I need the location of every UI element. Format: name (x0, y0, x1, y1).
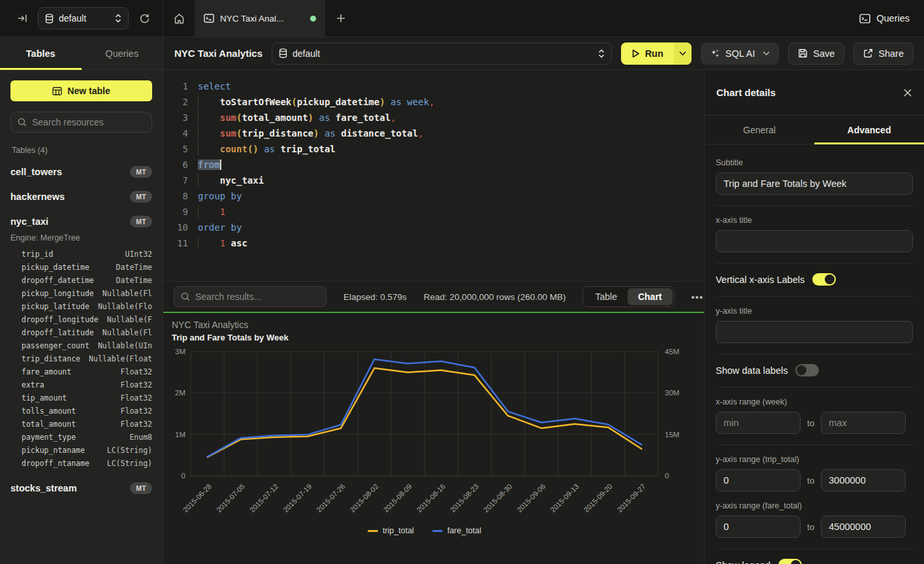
legend-item-fare_total[interactable]: fare_total (432, 526, 481, 535)
svg-text:15M: 15M (665, 431, 679, 439)
column-row[interactable]: dropoff_ntanameLC(String) (10, 457, 152, 470)
new-table-label: New table (67, 86, 110, 96)
save-icon (798, 48, 808, 58)
sparkles-icon (710, 48, 720, 59)
elapsed-time: Elapsed: 0.579s (343, 292, 407, 302)
top-bar-left: default (0, 0, 163, 37)
svg-text:0: 0 (665, 472, 669, 480)
home-button[interactable] (163, 0, 195, 37)
toggle-knob (791, 560, 801, 564)
refresh-icon (139, 13, 150, 24)
queries-top-label: Queries (876, 13, 910, 24)
table-item-nyc-taxi[interactable]: nyc_taxi MT (10, 214, 152, 229)
column-row[interactable]: trip_idUInt32 (10, 248, 152, 261)
column-row[interactable]: pickup_ntanameLC(String) (10, 444, 152, 457)
close-panel-button[interactable] (903, 88, 912, 97)
column-row[interactable]: payment_typeEnum8 (10, 431, 152, 444)
svg-text:2015-08-30: 2015-08-30 (482, 482, 513, 514)
yaxis-range-fare-max-input[interactable] (821, 516, 906, 538)
queries-top-button[interactable]: Queries (859, 13, 910, 24)
svg-text:30M: 30M (665, 389, 679, 397)
query-header: NYC Taxi Analytics default Run (163, 37, 924, 69)
toggle-knob (825, 274, 835, 284)
column-row[interactable]: fare_amountFloat32 (10, 365, 152, 378)
table-item-hackernews[interactable]: hackernews MT (10, 189, 152, 205)
column-row[interactable]: tip_amountFloat32 (10, 391, 152, 405)
tab-nyc-taxi-analytics[interactable]: NYC Taxi Anal... (195, 0, 325, 37)
legend-item-trip_total[interactable]: trip_total (368, 526, 414, 535)
sidebar-tab-tables[interactable]: Tables (0, 37, 82, 69)
xaxis-range-min-input[interactable] (716, 412, 801, 434)
yaxis-range-fare-min-input[interactable] (716, 516, 801, 538)
collapse-sidebar-button[interactable] (13, 9, 31, 27)
yaxis-range-trip-min-input[interactable] (716, 469, 801, 491)
chart-details-tabs: General Advanced (705, 116, 924, 144)
resource-search-input[interactable] (32, 117, 150, 127)
legend-label: trip_total (383, 526, 414, 535)
database-selector[interactable]: default (38, 7, 129, 29)
new-table-button[interactable]: New table (10, 80, 152, 101)
run-button[interactable]: Run (621, 42, 692, 65)
more-options-button[interactable]: ••• (692, 291, 704, 303)
share-button[interactable]: Share (853, 42, 914, 65)
tables-section-label: Tables (4) (12, 146, 151, 155)
view-toggle: Table Chart (582, 286, 674, 307)
yaxis-title-input[interactable] (716, 321, 913, 343)
sidebar-tab-queries[interactable]: Queries (82, 37, 163, 69)
column-row[interactable]: pickup_datetimeDateTime (10, 261, 152, 274)
column-row[interactable]: passenger_countNullable(UIn (10, 339, 152, 352)
table-item-stocks-stream[interactable]: stocks_stream MT (10, 480, 152, 496)
yaxis-title-group: y-axis title (716, 296, 913, 354)
engine-badge: MT (130, 216, 152, 227)
sidebar-tabs: Tables Queries (0, 37, 163, 69)
column-row[interactable]: total_amountFloat32 (10, 418, 152, 431)
run-options-caret[interactable] (674, 42, 692, 65)
to-label: to (806, 476, 816, 486)
chart-details-header: Chart details (705, 70, 924, 116)
query-database-selector[interactable]: default (272, 42, 612, 65)
engine-badge: MT (130, 482, 152, 494)
column-row[interactable]: dropoff_datetimeDateTime (10, 274, 152, 287)
tab-advanced[interactable]: Advanced (814, 116, 924, 144)
svg-text:2015-07-26: 2015-07-26 (315, 482, 346, 514)
yaxis-title-label: y-axis title (716, 307, 913, 316)
xaxis-range-max-input[interactable] (821, 412, 906, 434)
data-labels-label: Show data labels (716, 365, 788, 376)
save-button[interactable]: Save (788, 42, 844, 65)
show-legend-toggle[interactable] (778, 559, 802, 564)
column-row[interactable]: trip_distanceNullable(Float (10, 352, 152, 365)
refresh-button[interactable] (135, 9, 153, 27)
view-toggle-chart[interactable]: Chart (628, 288, 673, 305)
database-icon (279, 48, 287, 58)
legend-label: fare_total (447, 526, 481, 535)
vertical-labels-toggle[interactable] (812, 273, 836, 286)
subtitle-group: Subtitle (716, 148, 913, 205)
column-row[interactable]: pickup_latitudeNullable(Flo (10, 300, 152, 313)
new-tab-button[interactable] (325, 0, 357, 37)
yaxis-range-trip-max-input[interactable] (821, 469, 906, 491)
search-icon (18, 118, 27, 127)
view-toggle-table[interactable]: Table (584, 288, 627, 305)
close-icon (903, 88, 912, 97)
svg-text:2015-08-02: 2015-08-02 (348, 482, 379, 514)
column-list: trip_idUInt32pickup_datetimeDateTimedrop… (10, 248, 152, 470)
terminal-icon (859, 14, 870, 24)
sql-editor[interactable]: 1select2 toStartOfWeek(pickup_datetime) … (163, 70, 704, 281)
column-row[interactable]: extraFloat32 (10, 378, 152, 391)
run-button-main: Run (621, 42, 674, 65)
content: New table Tables (4) cell_towers MT hack… (0, 70, 924, 564)
results-search-input[interactable] (195, 291, 319, 302)
search-icon (181, 292, 190, 301)
tab-general[interactable]: General (705, 116, 814, 144)
subtitle-input[interactable] (716, 173, 913, 195)
data-labels-toggle[interactable] (795, 364, 819, 376)
xaxis-title-input[interactable] (716, 230, 913, 252)
svg-text:2M: 2M (175, 389, 185, 397)
sql-ai-button[interactable]: SQL AI (701, 42, 779, 65)
table-item-cell-towers[interactable]: cell_towers MT (10, 164, 152, 180)
column-row[interactable]: pickup_longitudeNullable(Fl (10, 287, 152, 300)
unsaved-changes-dot (310, 16, 316, 22)
column-row[interactable]: dropoff_longitudeNullable(F (10, 313, 152, 326)
column-row[interactable]: dropoff_latitudeNullable(Fl (10, 326, 152, 339)
column-row[interactable]: tolls_amountFloat32 (10, 405, 152, 418)
